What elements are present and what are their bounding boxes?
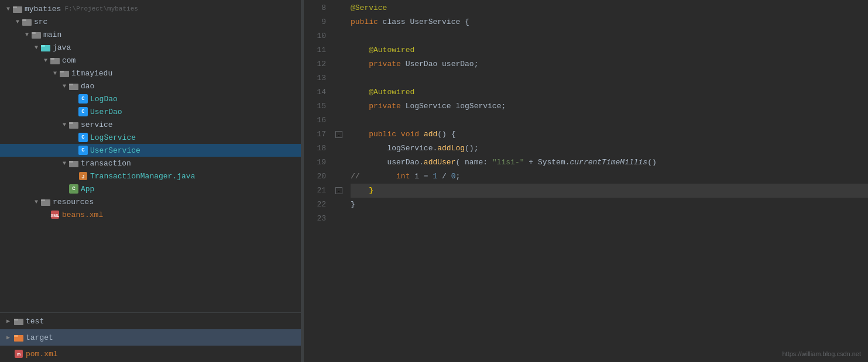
svg-rect-7 bbox=[41, 45, 45, 47]
token-19-7: + System. bbox=[524, 156, 570, 170]
code-line-20: // int i = 1 / 0; bbox=[351, 170, 868, 184]
tree-item-resources[interactable]: resources bbox=[0, 195, 301, 208]
tree-item-src[interactable]: src bbox=[0, 15, 301, 28]
tree-item-logservice[interactable]: C LogService bbox=[0, 131, 301, 144]
token-19-6: "lisi-" bbox=[492, 156, 524, 170]
token-21-indent bbox=[351, 184, 369, 198]
sidebar-item-test[interactable]: test bbox=[0, 313, 301, 329]
fold-empty-20 bbox=[333, 170, 345, 184]
tree-arrow-transaction bbox=[61, 160, 68, 167]
fold-empty-15 bbox=[333, 99, 345, 113]
code-content: @Service public class UserService { @Aut… bbox=[345, 0, 868, 362]
line-num-13: 13 bbox=[304, 71, 326, 85]
svg-rect-27 bbox=[14, 335, 18, 337]
tree-label-transaction: transaction bbox=[81, 159, 131, 168]
tree-label-userservice: UserService bbox=[90, 146, 140, 155]
tree-arrow-main bbox=[23, 31, 30, 38]
tree-label-app: App bbox=[81, 185, 94, 194]
line-num-12: 12 bbox=[304, 57, 326, 71]
class-icon-app: C bbox=[69, 184, 78, 194]
line-num-14: 14 bbox=[304, 85, 326, 99]
token-17-2 bbox=[396, 127, 401, 142]
line-num-18: 18 bbox=[304, 142, 326, 156]
xml-icon-beansxml: XML bbox=[50, 210, 60, 219]
token-17-4 bbox=[419, 127, 424, 142]
tree-item-logdao[interactable]: C LogDao bbox=[0, 92, 301, 105]
token-12-2: UserDao bbox=[401, 57, 442, 71]
token-22-1: } bbox=[351, 198, 355, 212]
token-20-1: // bbox=[351, 170, 360, 184]
token-19-8: currentTimeMillis bbox=[570, 156, 648, 170]
folder-icon-service bbox=[69, 120, 78, 129]
token-18-3: (); bbox=[465, 142, 478, 156]
token-18-1: logService. bbox=[387, 142, 437, 156]
fold-empty-8 bbox=[333, 1, 345, 15]
token-8-1: @Service bbox=[351, 1, 387, 15]
token-18-2: addLog bbox=[437, 142, 465, 156]
line-num-8: 8 bbox=[304, 1, 326, 15]
tree-arrow-test bbox=[5, 318, 12, 325]
token-19-9: () bbox=[647, 156, 657, 170]
watermark-text: https://william.blog.csdn.net bbox=[782, 350, 861, 357]
tree-item-service[interactable]: service bbox=[0, 118, 301, 131]
tree-item-main[interactable]: main bbox=[0, 28, 301, 41]
svg-rect-9 bbox=[50, 58, 54, 60]
tree-item-userdao[interactable]: C UserDao bbox=[0, 105, 301, 118]
folder-icon-java bbox=[41, 43, 50, 52]
class-icon-userservice: C bbox=[78, 146, 88, 155]
token-15-2: LogService bbox=[401, 99, 456, 113]
class-icon-logservice: C bbox=[78, 133, 88, 142]
line-num-21: 21 bbox=[304, 184, 326, 198]
tree-item-mybaties[interactable]: mybaties F:\Project\mybaties bbox=[0, 2, 301, 15]
line-num-23: 23 bbox=[304, 212, 326, 226]
tree-item-dao[interactable]: dao bbox=[0, 80, 301, 92]
tree-label-userdao: UserDao bbox=[90, 108, 122, 116]
fold-icon-21[interactable]: - bbox=[333, 184, 345, 198]
folder-icon-resources bbox=[41, 197, 50, 206]
svg-rect-3 bbox=[22, 19, 26, 21]
sidebar-item-pomxml[interactable]: m pom.xml bbox=[0, 346, 301, 362]
svg-text:m: m bbox=[17, 352, 20, 356]
folder-icon-test bbox=[14, 316, 23, 326]
token-14-indent bbox=[351, 85, 369, 99]
token-21-1: } bbox=[369, 184, 373, 198]
line-num-20: 20 bbox=[304, 170, 326, 184]
fold-button-21[interactable]: - bbox=[335, 187, 342, 194]
tree-label-itmayiedu: itmayiedu bbox=[71, 69, 112, 78]
fold-empty-16 bbox=[333, 113, 345, 127]
tree-label-logservice: LogService bbox=[90, 133, 136, 142]
code-line-23 bbox=[351, 212, 868, 226]
fold-button-17[interactable]: - bbox=[335, 131, 342, 138]
tree-item-userservice[interactable]: C UserService bbox=[0, 144, 301, 157]
line-num-10: 10 bbox=[304, 29, 326, 43]
tree-item-beansxml[interactable]: XML beans.xml bbox=[0, 208, 301, 221]
fold-icon-17[interactable]: - bbox=[333, 127, 345, 142]
token-20-8: ; bbox=[455, 170, 460, 184]
tree-item-com[interactable]: com bbox=[0, 54, 301, 67]
file-tree: mybaties F:\Project\mybaties src main ja… bbox=[0, 0, 301, 312]
tree-arrow-src bbox=[14, 18, 21, 25]
svg-rect-1 bbox=[13, 6, 17, 8]
tree-item-transactionmanager[interactable]: J TransactionManager.java bbox=[0, 170, 301, 182]
fold-empty-22 bbox=[333, 198, 345, 212]
tree-item-app[interactable]: C App bbox=[0, 182, 301, 195]
tree-label-com: com bbox=[62, 56, 76, 65]
code-line-10 bbox=[351, 29, 868, 43]
fold-empty-9 bbox=[333, 15, 345, 29]
tree-item-itmayiedu[interactable]: itmayiedu bbox=[0, 67, 301, 80]
sidebar-item-target[interactable]: target bbox=[0, 329, 301, 346]
svg-text:J: J bbox=[81, 174, 84, 180]
class-icon-userdao: C bbox=[78, 107, 88, 116]
folder-icon-mybaties bbox=[13, 4, 22, 13]
line-num-16: 16 bbox=[304, 113, 326, 127]
fold-empty-14 bbox=[333, 85, 345, 99]
tree-item-java[interactable]: java bbox=[0, 41, 301, 54]
code-editor: 8 9 10 11 12 13 14 15 16 17 18 19 20 21 … bbox=[304, 0, 868, 362]
code-line-8: @Service bbox=[351, 1, 868, 15]
token-9-3: UserService bbox=[410, 15, 460, 29]
tree-label-target: target bbox=[26, 333, 53, 342]
tree-label-beansxml: beans.xml bbox=[62, 211, 103, 219]
tree-item-transaction[interactable]: transaction bbox=[0, 157, 301, 170]
svg-rect-11 bbox=[60, 71, 64, 73]
folder-icon-main bbox=[32, 30, 41, 39]
